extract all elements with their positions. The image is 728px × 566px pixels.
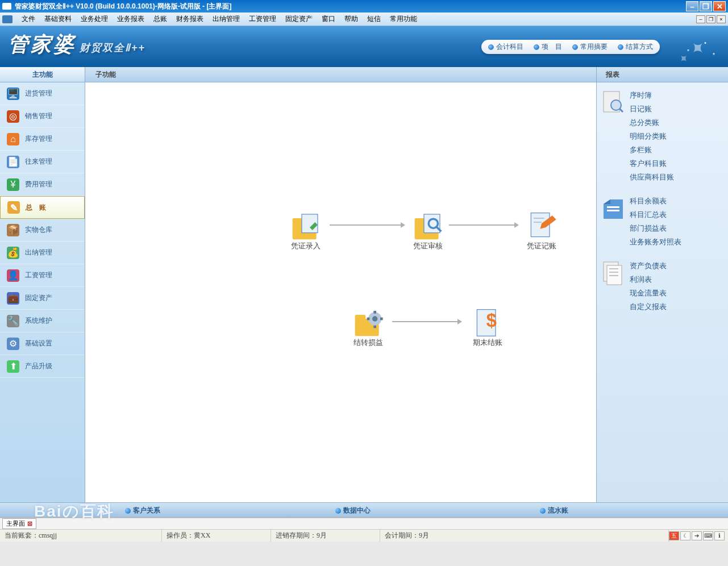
menu-item[interactable]: 财务报表 [172, 13, 208, 25]
menu-item[interactable]: 窗口 [317, 13, 340, 25]
flow-item[interactable]: $期末结账 [472, 307, 504, 348]
pill-dot-icon [618, 44, 623, 50]
sidebar-item[interactable]: 📦实物仓库 [0, 219, 85, 242]
report-link[interactable]: 自定义报表 [630, 302, 667, 312]
menubar: 文件基础资料业务处理业务报表总账财务报表出纳管理工资管理固定资产窗口帮助短信常用… [0, 13, 728, 26]
report-link[interactable]: 序时簿 [630, 90, 674, 101]
menu-item[interactable]: 固定资产 [281, 13, 317, 25]
tray-ime-icon[interactable]: 五 [669, 531, 679, 540]
menu-item[interactable]: 基础资料 [40, 13, 76, 25]
minimize-button[interactable]: – [686, 1, 698, 11]
mdi-minimize-button[interactable]: – [696, 15, 705, 23]
bottom-tab[interactable]: 流水账 [540, 506, 568, 515]
report-link[interactable]: 业务账务对照表 [630, 237, 681, 247]
sidebar-item[interactable]: 👤工资管理 [0, 264, 85, 287]
menu-item[interactable]: 业务处理 [76, 13, 113, 25]
report-link[interactable]: 科目余额表 [630, 196, 681, 206]
report-link[interactable]: 科目汇总表 [630, 210, 681, 220]
status-inventory-period: 进销存期间：9月 [271, 530, 380, 542]
report-link[interactable]: 部门损益表 [630, 223, 681, 234]
mdi-close-button[interactable]: × [717, 15, 726, 23]
sidebar-item[interactable]: ¥费用管理 [0, 173, 85, 196]
maximize-button[interactable]: ❐ [700, 1, 712, 11]
svg-rect-18 [380, 318, 383, 321]
sidebar-item[interactable]: ◎销售管理 [0, 105, 85, 128]
svg-text:$: $ [486, 310, 497, 331]
sidebar-header: 主功能 [0, 67, 85, 82]
sidebar-item[interactable]: 🔧系统维护 [0, 310, 85, 332]
sidebar-item-icon: 🖥️ [7, 88, 19, 100]
tray-arrow-icon[interactable]: ➔ [692, 531, 702, 540]
sidebar-item[interactable]: 💼固定资产 [0, 287, 85, 310]
flow-label: 凭证录入 [290, 241, 322, 251]
sidebar-item[interactable]: 📄往来管理 [0, 151, 85, 173]
menu-item[interactable]: 短信 [363, 13, 385, 25]
flow-item[interactable]: 凭证记账 [526, 210, 558, 251]
menu-item[interactable]: 常用功能 [385, 13, 422, 25]
sidebar-item[interactable]: ✎总 账 [0, 196, 85, 219]
flow-item[interactable]: 结转损益 [352, 307, 384, 348]
report-link[interactable]: 日记账 [630, 104, 674, 114]
document-tab-close-icon[interactable]: ⊠ [27, 520, 32, 527]
mdi-restore-button[interactable]: ❐ [706, 15, 715, 23]
pill-item[interactable]: 结算方式 [618, 42, 653, 52]
sidebar-item-label: 销售管理 [25, 111, 52, 121]
document-tab[interactable]: 主界面 ⊠ [2, 518, 36, 529]
status-accounting-period: 会计期间：9月 [380, 530, 669, 542]
bottom-tab[interactable]: 客户关系 [125, 506, 160, 515]
pill-item[interactable]: 项 目 [534, 42, 562, 52]
svg-rect-25 [607, 210, 619, 211]
tray-keyboard-icon[interactable]: ⌨ [703, 531, 713, 540]
menu-item[interactable]: 文件 [17, 13, 40, 25]
sidebar-item-icon: 📦 [7, 224, 19, 236]
report-thumb-icon [602, 261, 624, 286]
menu-item[interactable]: 业务报表 [113, 13, 149, 25]
flow-item[interactable]: 凭证录入 [290, 210, 322, 251]
close-button[interactable]: ✕ [713, 1, 726, 11]
window-controls: – ❐ ✕ [686, 1, 726, 11]
svg-line-23 [619, 109, 623, 112]
statusbar: 当前账套：cmsqjj 操作员：黄XX 进销存期间：9月 会计期间：9月 五 ☾… [0, 529, 728, 542]
content-header: 子功能 [85, 67, 596, 82]
report-link[interactable]: 利润表 [630, 274, 667, 285]
report-group: 资产负债表利润表现金流量表自定义报表 [597, 253, 728, 318]
report-link[interactable]: 多栏账 [630, 145, 674, 155]
report-group: 科目余额表科目汇总表部门损益表业务账务对照表 [597, 188, 728, 253]
pill-item[interactable]: 常用摘要 [572, 42, 608, 52]
sidebar-item[interactable]: 🖥️进货管理 [0, 82, 85, 105]
report-link[interactable]: 供应商科目账 [630, 172, 674, 182]
svg-rect-15 [373, 311, 376, 314]
menu-item[interactable]: 工资管理 [244, 13, 281, 25]
tray-moon-icon[interactable]: ☾ [680, 531, 690, 540]
flow-item[interactable]: 凭证审核 [412, 210, 444, 251]
flow-icon: $ [472, 307, 504, 334]
report-link[interactable]: 资产负债表 [630, 261, 667, 271]
sidebar-item[interactable]: ⬆产品升级 [0, 355, 85, 378]
app-logo: 管家婆财贸双全Ⅱ++ [8, 31, 145, 59]
pill-label: 结算方式 [626, 42, 653, 52]
bottom-tab[interactable]: 数据中心 [335, 506, 371, 515]
banner: 管家婆财贸双全Ⅱ++ 会计科目项 目常用摘要结算方式 ✦ ✦ [0, 26, 728, 67]
report-link[interactable]: 明细分类账 [630, 131, 674, 142]
sidebar-item-icon: ⚙ [7, 338, 19, 350]
menu-item[interactable]: 总账 [149, 13, 172, 25]
svg-rect-12 [355, 315, 366, 320]
sidebar-item-icon: 📄 [7, 156, 19, 168]
menu-item[interactable]: 出纳管理 [208, 13, 244, 25]
tray-info-icon[interactable]: ℹ [714, 531, 725, 540]
tab-dot-icon [125, 508, 131, 514]
report-link[interactable]: 客户科目账 [630, 159, 674, 169]
sidebar-item[interactable]: 💰出纳管理 [0, 242, 85, 264]
status-tray: 五 ☾ ➔ ⌨ ℹ [669, 531, 728, 540]
sidebar-item[interactable]: ⌂库存管理 [0, 128, 85, 151]
window-title: 管家婆财贸双全Ⅱ++ V10.0 (Build 10.0.0.1001)-网络版… [15, 2, 686, 11]
workspace: 主功能 🖥️进货管理◎销售管理⌂库存管理📄往来管理¥费用管理✎总 账📦实物仓库💰… [0, 67, 728, 502]
report-link[interactable]: 现金流量表 [630, 288, 667, 298]
pill-dot-icon [488, 44, 494, 50]
menubar-icon [2, 15, 13, 23]
pill-item[interactable]: 会计科目 [488, 42, 523, 52]
menu-item[interactable]: 帮助 [340, 13, 363, 25]
report-link[interactable]: 总分类账 [630, 118, 674, 128]
sidebar-item[interactable]: ⚙基础设置 [0, 332, 85, 355]
bottom-tab-label: 客户关系 [133, 506, 160, 515]
